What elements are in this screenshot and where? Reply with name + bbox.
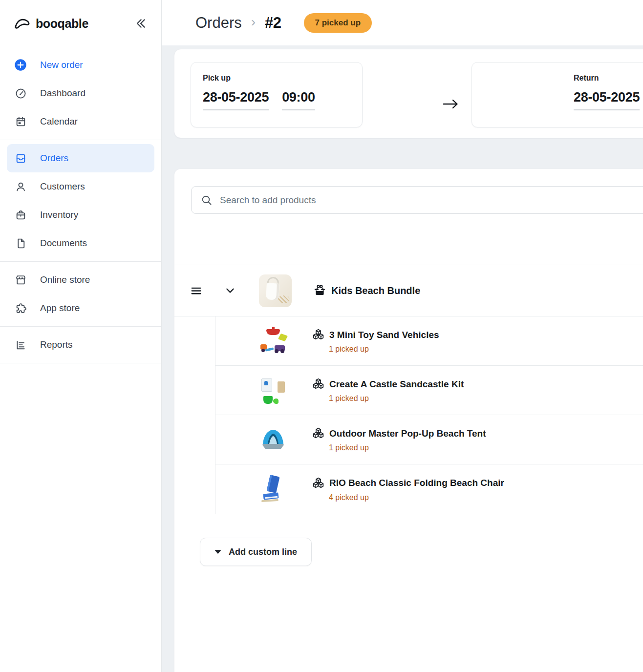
brand-name: booqable (36, 17, 88, 31)
sidebar-item-orders[interactable]: Orders (7, 144, 154, 172)
bundle-icon (313, 284, 326, 297)
sidebar-item-label: New order (40, 60, 83, 70)
reports-chart-icon (14, 339, 27, 351)
pickup-datebox: Pick up 28-05-2025 09:00 (191, 62, 363, 127)
product-search[interactable] (191, 186, 643, 214)
search-icon (201, 194, 213, 206)
indent-spacer (174, 316, 215, 514)
sidebar-item-label: Calendar (40, 116, 78, 127)
sidebar-item-inventory[interactable]: Inventory (7, 201, 154, 229)
thumb-sand-vehicles (259, 327, 287, 355)
pickup-time-field[interactable]: 09:00 (282, 90, 315, 110)
order-lines-table: Kids Beach Bundle (174, 265, 643, 514)
sidebar-item-label: Reports (40, 339, 73, 350)
sidebar-item-label: Documents (40, 238, 87, 249)
pickup-label: Pick up (203, 74, 350, 83)
rental-period-card: Pick up 28-05-2025 09:00 Return 28-05-20… (174, 49, 643, 138)
sidebar-item-label: Dashboard (40, 88, 86, 99)
thumb-kids-beach-bundle (259, 274, 292, 307)
line-item-row[interactable]: Outdoor Master Pop-Up Beach Tent 1 picke… (215, 415, 643, 464)
picked-up-status: 1 picked up (329, 345, 439, 354)
picked-up-status: 4 picked up (329, 493, 504, 502)
picked-up-status: 1 picked up (329, 443, 486, 452)
line-item-row[interactable]: Create A Castle Sandcastle Kit 1 picked … (215, 366, 643, 415)
bundle-title: Kids Beach Bundle (331, 285, 420, 296)
add-custom-line-button[interactable]: Add custom line (200, 538, 312, 566)
add-custom-line-label: Add custom line (229, 547, 297, 557)
sidebar-item-app-store[interactable]: App store (7, 294, 154, 322)
sidebar-item-documents[interactable]: Documents (7, 229, 154, 257)
customers-person-icon (14, 181, 27, 193)
return-date-field[interactable]: 28-05-2025 (574, 90, 640, 110)
sidebar-collapse-icon[interactable] (134, 17, 148, 30)
line-item-row[interactable]: 3 Mini Toy Sand Vehicles 1 picked up (215, 316, 643, 366)
line-item-row[interactable]: RIO Beach Classic Folding Beach Chair 4 … (215, 464, 643, 514)
pickup-date-field[interactable]: 28-05-2025 (203, 90, 269, 110)
sidebar-item-new-order[interactable]: New order (7, 51, 154, 79)
page-title-order-number: #2 (265, 14, 281, 32)
order-lines-card: Kids Beach Bundle (174, 168, 643, 672)
drag-handle-icon[interactable] (190, 285, 202, 297)
search-input[interactable] (220, 195, 643, 206)
storefront-icon (14, 274, 27, 286)
product-cubes-icon (312, 328, 325, 341)
return-datebox: Return 28-05-2025 (472, 62, 643, 127)
status-badge[interactable]: 7 picked up (304, 13, 372, 33)
return-label: Return (574, 74, 643, 83)
thumb-sandcastle-kit (259, 376, 287, 404)
page-header: Orders › #2 7 picked up (162, 0, 643, 45)
booqable-logo-icon (13, 17, 31, 30)
sidebar-item-calendar[interactable]: Calendar (7, 107, 154, 136)
documents-file-icon (14, 237, 27, 250)
sidebar-item-dashboard[interactable]: Dashboard (7, 79, 154, 107)
caret-down-icon (214, 550, 221, 554)
orders-inbox-icon (14, 152, 27, 165)
booqable-logo[interactable]: booqable (13, 17, 88, 31)
line-item-title: 3 Mini Toy Sand Vehicles (329, 330, 439, 340)
product-cubes-icon (312, 378, 325, 391)
breadcrumb-orders-link[interactable]: Orders (195, 14, 242, 32)
line-item-title: RIO Beach Classic Folding Beach Chair (329, 478, 504, 488)
bundle-row[interactable]: Kids Beach Bundle (174, 265, 643, 316)
arrow-right-icon (441, 96, 460, 112)
sidebar-item-customers[interactable]: Customers (7, 172, 154, 201)
sidebar-item-label: Online store (40, 274, 90, 285)
line-item-title: Create A Castle Sandcastle Kit (329, 379, 464, 390)
sidebar-item-reports[interactable]: Reports (7, 331, 154, 359)
sidebar-section-top: New order Dashboard Calendar (0, 47, 161, 140)
sidebar-header: booqable (0, 0, 161, 47)
product-cubes-icon (312, 427, 325, 440)
breadcrumb-chevron-icon: › (251, 14, 256, 30)
sidebar-item-label: Orders (40, 153, 68, 164)
inventory-bag-icon (14, 209, 27, 221)
sidebar-section-sales: Orders Customers Inventory Documents (0, 140, 161, 262)
sidebar-item-label: Inventory (40, 210, 78, 220)
sidebar-item-label: Customers (40, 181, 85, 192)
sidebar: booqable New order Dashboard Calendar (0, 0, 162, 672)
sidebar-item-label: App store (40, 303, 80, 314)
calendar-icon (14, 116, 27, 128)
chevron-down-icon[interactable] (224, 284, 236, 297)
plus-circle-icon (14, 58, 27, 72)
picked-up-status: 1 picked up (329, 394, 464, 403)
sidebar-section-reports: Reports (0, 327, 161, 363)
sidebar-section-channels: Online store App store (0, 262, 161, 327)
main-area: Orders › #2 7 picked up Pick up 28-05-20… (162, 0, 643, 672)
thumb-beach-tent (259, 425, 287, 454)
sidebar-item-online-store[interactable]: Online store (7, 266, 154, 294)
line-item-title: Outdoor Master Pop-Up Beach Tent (329, 428, 486, 439)
bundle-items-section: 3 Mini Toy Sand Vehicles 1 picked up (174, 316, 643, 514)
puzzle-icon (14, 302, 27, 315)
product-cubes-icon (312, 477, 325, 490)
thumb-beach-chair (259, 475, 287, 504)
dashboard-icon (14, 87, 27, 100)
